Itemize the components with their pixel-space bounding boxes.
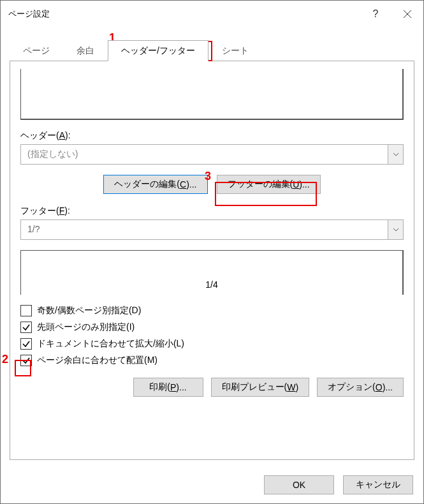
footer-preview-text: 1/4 [205,279,217,290]
checkbox-checked-icon [20,322,32,333]
close-icon [403,10,412,19]
page-setup-dialog: ページ設定 ? ページ 余白 ヘッダー/フッター シート ヘッダー(A): (指… [0,0,424,504]
footer-combo[interactable]: 1/? [20,219,404,240]
edit-header-button[interactable]: ヘッダーの編集(C)... [103,175,207,194]
options-button[interactable]: オプション(O)... [317,378,404,397]
footer-combo-value: 1/? [21,220,388,239]
print-buttons-row: 印刷(P)... 印刷プレビュー(W) オプション(O)... [20,378,404,397]
close-button[interactable] [391,1,423,27]
tab-header-footer[interactable]: ヘッダー/フッター [108,40,208,61]
edit-footer-button[interactable]: フッターの編集(U)... [217,175,321,194]
checkbox-checked-icon [20,355,32,366]
checkbox-unchecked-icon [20,305,32,316]
dialog-footer: OK キャンセル [264,475,413,494]
dialog-title: ページ設定 [8,8,360,20]
footer-preview: 1/4 [20,250,404,295]
scale-checkbox-row[interactable]: ドキュメントに合わせて拡大/縮小(L) [20,338,404,350]
chevron-down-icon [388,220,403,239]
chevron-down-icon [388,145,403,164]
tab-page[interactable]: ページ [10,40,63,61]
tab-sheet[interactable]: シート [208,40,262,61]
tab-strip: ページ 余白 ヘッダー/フッター シート [10,41,414,61]
print-button[interactable]: 印刷(P)... [133,378,203,397]
footer-label: フッター(F): [20,205,404,217]
first-page-checkbox-row[interactable]: 先頭ページのみ別指定(I) [20,322,404,333]
cancel-button[interactable]: キャンセル [343,475,413,494]
ok-button[interactable]: OK [264,475,334,494]
header-label: ヘッダー(A): [20,130,404,142]
tab-pane: ヘッダー(A): (指定しない) ヘッダーの編集(C)... フッターの編集(U… [10,61,414,460]
header-footer-edit-row: ヘッダーの編集(C)... フッターの編集(U)... [20,175,404,194]
header-combo[interactable]: (指定しない) [20,144,404,165]
help-button[interactable]: ? [360,1,391,27]
header-preview [20,69,404,120]
align-checkbox-row[interactable]: ページ余白に合わせて配置(M) [20,355,404,366]
print-preview-button[interactable]: 印刷プレビュー(W) [211,378,310,397]
checkbox-checked-icon [20,338,32,350]
tab-margin[interactable]: 余白 [63,40,108,61]
annotation-number-2: 2 [2,353,8,366]
titlebar: ページ設定 ? [1,1,423,27]
header-combo-value: (指定しない) [21,145,388,164]
odd-even-checkbox-row[interactable]: 奇数/偶数ページ別指定(D) [20,305,404,316]
